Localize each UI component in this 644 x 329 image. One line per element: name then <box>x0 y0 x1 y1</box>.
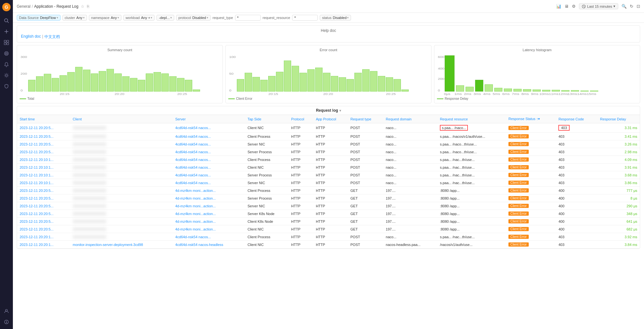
table-row[interactable]: 2023-12-11 20:20:5...mon... 4cd64d-nsk54… <box>17 133 640 140</box>
table-row[interactable]: 2023-12-11 20:10:1...mon... 4cd64d-nsk54… <box>17 164 640 171</box>
refresh-icon[interactable]: ↻ <box>630 4 633 9</box>
cell-client: mon... <box>70 140 173 148</box>
cell-server: 4cd64d-nsk54 nacos-headless <box>173 241 245 249</box>
cell-tap-side: Client Process <box>245 133 289 140</box>
svg-text:10ms: 10ms <box>539 92 549 96</box>
latency-legend-dot <box>437 99 443 99</box>
col-response-code[interactable]: Response Code <box>556 115 597 123</box>
cell-req-type: POST <box>348 133 383 140</box>
col-protocol[interactable]: Protocol <box>289 115 313 123</box>
col-server[interactable]: Server <box>173 115 245 123</box>
table-row[interactable]: 2023-12-11 20:20:5...mon... 4cd64d-nsk54… <box>17 148 640 156</box>
sidebar-icon-info[interactable] <box>2 317 11 326</box>
col-req-domain[interactable]: Request domain <box>383 115 437 123</box>
col-response-delay[interactable]: Response Delay <box>597 115 640 123</box>
sidebar-icon-apps[interactable] <box>2 38 11 47</box>
col-tap-side[interactable]: Tap Side <box>245 115 289 123</box>
svg-rect-59 <box>308 70 315 91</box>
logo[interactable]: G <box>2 3 11 12</box>
svg-rect-34 <box>122 76 129 91</box>
cell-status: Client Error <box>506 148 556 156</box>
table-row[interactable]: 2023-12-11 20:10:1...mon... 4cd64d-nsk54… <box>17 156 640 164</box>
sidebar-icon-search[interactable] <box>2 16 11 25</box>
cell-req-resource: :8080 /app... <box>437 210 506 218</box>
svg-rect-90 <box>552 90 560 91</box>
cell-response-delay: 3.31 ms <box>597 123 640 133</box>
gear-icon[interactable]: ⚙ <box>572 4 576 9</box>
protocol-filter[interactable]: protocol Disabled ▾ <box>176 15 211 21</box>
cell-app-protocol: HTTP <box>313 225 348 233</box>
cell-server: 4d-mz4km moni...action... <box>173 218 245 225</box>
svg-text:15ms: 15ms <box>587 92 596 96</box>
help-link-chinese[interactable]: 中文文档 <box>44 34 60 40</box>
col-req-type[interactable]: Request type <box>348 115 383 123</box>
cell-status: Client Error <box>506 171 556 179</box>
status-badge: Client Error <box>508 235 529 239</box>
request-resource-input[interactable] <box>292 15 318 21</box>
workload-filter[interactable]: workload Any + ▾ <box>123 15 155 21</box>
chart-icon[interactable]: 📊 <box>556 4 561 9</box>
error-chart-area: 100 50 0 <box>228 54 429 96</box>
cell-req-resource: s.paa... /nac...th/use... <box>437 179 506 187</box>
col-response-status[interactable]: Response Status ↑▾ <box>506 115 556 123</box>
svg-point-17 <box>6 321 7 321</box>
namespace-filter[interactable]: namespace Any ▾ <box>89 15 121 21</box>
cluster-filter[interactable]: cluster Any ▾ <box>62 15 87 21</box>
table-row[interactable]: 2023-12-11 20:20:5...mon... 4d-mz4km mon… <box>17 225 640 233</box>
cell-response-delay: 3.92 ms <box>597 233 640 241</box>
svg-text:200: 200 <box>438 77 444 80</box>
cell-protocol: HTTP <box>289 171 313 179</box>
zoom-icon[interactable]: 🔍 <box>621 4 627 9</box>
table-row[interactable]: 2023-12-11 20:20:5...mon... 4d-mz4km mon… <box>17 210 640 218</box>
table-row[interactable]: 2023-12-11 20:20:5...mon... 4cd64d-nsk54… <box>17 123 640 133</box>
svg-rect-65 <box>355 73 362 91</box>
table-row[interactable]: 2023-12-11 20:20:1...monitor-inspection-… <box>17 241 640 249</box>
svg-rect-51 <box>245 73 252 91</box>
svg-rect-58 <box>300 73 307 91</box>
cell-req-type: POST <box>348 123 383 133</box>
sidebar-icon-user[interactable] <box>2 306 11 315</box>
sidebar-icon-target[interactable] <box>2 49 11 58</box>
cell-response-delay: 3.68 ms <box>597 171 640 179</box>
cell-server: 4cd64d-nsk54 nacos... <box>173 133 245 140</box>
cell-req-domain: 197.... <box>383 210 437 218</box>
cell-start-time: 2023-12-11 20:20:5... <box>17 123 70 133</box>
table-row[interactable]: 2023-12-11 20:20:5...mon... 4d-mz4km mon… <box>17 194 640 202</box>
table-row[interactable]: 2023-12-11 20:20:5...mon... 4d-mz4km mon… <box>17 202 640 210</box>
tv-icon[interactable]: 🖥 <box>564 4 569 9</box>
col-start-time[interactable]: Start time <box>17 115 70 123</box>
request-type-input[interactable] <box>235 15 261 21</box>
fullscreen-icon[interactable]: ⊡ <box>637 4 640 9</box>
cell-response-delay: 777 μs <box>597 187 640 194</box>
table-row[interactable]: 2023-12-11 20:10:1...mon... 4cd64d-nsk54… <box>17 171 640 179</box>
status-badge: Client Error <box>508 157 529 162</box>
sidebar-icon-plus[interactable] <box>2 27 11 36</box>
table-row[interactable]: 2023-12-11 20:20:1...mon... 4cd64d-nsk54… <box>17 233 640 241</box>
help-link-english[interactable]: English doc <box>21 34 41 40</box>
table-row[interactable]: 2023-12-11 20:20:5...mon... 4cd64d-nsk54… <box>17 140 640 148</box>
depl-filter[interactable]: -depl... ▾ <box>156 15 174 21</box>
cell-server: 4cd64d-nsk54 nacos... <box>173 164 245 171</box>
col-req-resource[interactable]: Request resource <box>437 115 506 123</box>
cell-protocol: HTTP <box>289 123 313 133</box>
col-client[interactable]: Client <box>70 115 173 123</box>
sidebar-icon-settings[interactable] <box>2 71 11 80</box>
cell-response-delay: 348 μs <box>597 210 640 218</box>
cell-client: mon... <box>70 179 173 187</box>
request-log-header-bar[interactable]: Request log ▾ <box>17 106 640 115</box>
sidebar-icon-shield[interactable] <box>2 82 11 91</box>
cell-response-delay: 641 μs <box>597 218 640 225</box>
sidebar-icon-bell[interactable] <box>2 60 11 69</box>
cell-client: mon... <box>70 233 173 241</box>
datasource-filter[interactable]: Data Source DeepFlow ▾ <box>17 15 61 21</box>
time-range-picker[interactable]: Last 15 minutes ▾ <box>579 3 618 9</box>
table-row[interactable]: 2023-12-11 20:10:1...mon... 4cd64d-nsk54… <box>17 179 640 187</box>
favorite-icon[interactable]: ☆ <box>81 4 84 9</box>
table-row[interactable]: 2023-12-11 20:20:5...mon... 4d-mz4km mon… <box>17 187 640 194</box>
cell-server: 4cd64d-nsk54 nacos... <box>173 123 245 133</box>
share-icon[interactable]: ⎘ <box>87 4 89 9</box>
status-filter[interactable]: status Disabled ▾ <box>320 15 351 21</box>
col-app-protocol[interactable]: App Protocol <box>313 115 348 123</box>
table-row[interactable]: 2023-12-11 20:20:5...mon... 4d-mz4km mon… <box>17 218 640 225</box>
cell-client: monitor-inspection-server-deployment-3cd… <box>70 241 173 249</box>
